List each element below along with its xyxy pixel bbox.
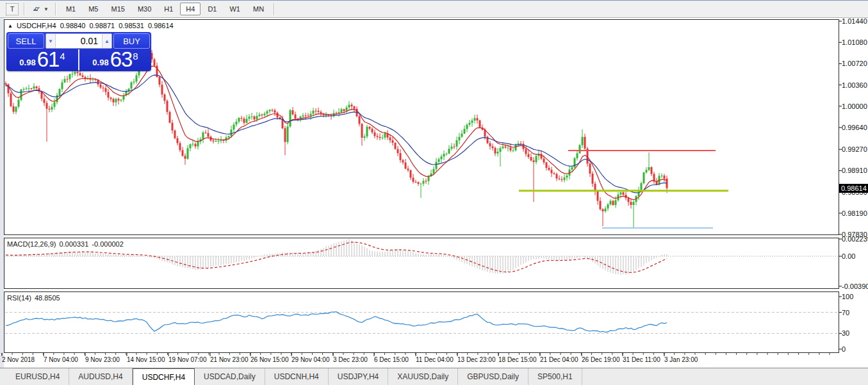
buy-button[interactable]: BUY [113,33,150,49]
price-axis-label: 0.99270 [842,145,867,153]
date-axis-label: 21 Dec 04:00 [540,356,578,363]
toolbar: T ▼ M1M5M15M30H1H4D1W1MN [0,0,868,18]
price-axis-label: 1.01440 [842,17,867,25]
sell-price-sup: 4 [60,53,65,60]
date-axis-label: 19 Nov 07:00 [168,356,207,363]
chart-tab-usdcad[interactable]: USDCAD,Daily [195,368,265,385]
timeframe-button-h1[interactable]: H1 [158,3,179,15]
chart-tab-usdjpy[interactable]: USDJPY,H4 [329,368,388,385]
macd-label: MACD(12,26,9) [7,240,56,248]
toolbar-separator [55,3,56,15]
rsi-value: 48.8505 [35,294,60,302]
ohlc-close: 0.98614 [148,22,174,29]
macd-axis-label: 0.002239 [842,235,868,243]
arrows-tool-icon[interactable]: ▼ [29,3,51,15]
date-axis-label: 21 Nov 23:00 [210,356,249,363]
toolbar-separator [274,3,275,15]
macd-pane[interactable] [4,238,839,289]
chart-tab-usdchf[interactable]: USDCHF,H4 [133,368,195,385]
volume-up-button[interactable]: ▲ [102,34,111,48]
chart-tab-eurusd[interactable]: EURUSD,H4 [6,368,69,385]
rsi-axis-label: 0 [842,345,846,353]
timeframe-button-m5[interactable]: M5 [83,3,104,15]
volume-down-button[interactable]: ▼ [46,34,56,48]
symbol-timeframe-label: USDCHF,H4 [17,22,56,29]
arrows-icon-glyph [31,4,42,13]
chart-tab-gbpusd[interactable]: GBPUSD,Daily [458,368,528,385]
timeframe-button-d1[interactable]: D1 [202,3,222,15]
date-axis-label: 2 Nov 2018 [2,356,35,363]
timeframe-button-m15[interactable]: M15 [105,3,130,15]
date-axis-label: 26 Dec 19:00 [582,356,620,363]
date-axis-label: 9 Nov 23:00 [85,356,120,363]
volume-stepper: ▼ 0.01 ▲ [45,33,112,49]
macd-label-row: MACD(12,26,9) 0.000331 -0.000002 [7,240,124,248]
date-axis-label: 6 Dec 15:00 [374,356,409,363]
date-axis-label: 29 Nov 04:00 [291,356,330,363]
price-axis-label: 0.99640 [842,124,867,131]
timeframe-button-w1[interactable]: W1 [224,3,246,15]
date-axis-label: 31 Dec 11:00 [623,356,660,363]
one-click-trade-panel: SELL ▼ 0.01 ▲ BUY 0.98 61 4 0.98 63 8 [6,32,151,71]
date-axis-label: 26 Nov 15:00 [250,356,289,363]
rsi-pane[interactable] [4,291,839,353]
rsi-label-row: RSI(14) 48.8505 [7,294,60,302]
buy-price[interactable]: 0.98 63 8 [79,49,151,70]
chevron-down-icon[interactable]: ▼ [44,6,49,12]
ohlc-high: 0.98871 [89,22,115,29]
sell-button[interactable]: SELL [8,33,44,49]
price-axis-label: 1.00000 [842,102,867,110]
price-axis-label: 1.00360 [842,81,867,89]
rsi-axis-label: 30 [842,329,849,337]
timeframe-button-m30[interactable]: M30 [132,3,157,15]
macd-axis-label: -0.003901 [842,283,868,290]
timeframe-buttons: M1M5M15M30H1H4D1W1MN [60,3,270,15]
ohlc-open: 0.98840 [60,22,86,29]
date-axis-label: 11 Dec 04:00 [416,356,454,363]
toolbar-separator [24,3,25,15]
sell-price-prefix: 0.98 [19,56,35,69]
date-axis-label: 3 Jan 23:00 [664,356,698,363]
trade-panel-toggle-icon[interactable]: ▲ [8,23,13,29]
buy-price-main: 63 [110,50,133,69]
chart-tab-xauusd[interactable]: XAUUSD,Daily [388,368,458,385]
timeframe-button-m1[interactable]: M1 [60,3,81,15]
macd-value-main: 0.000331 [59,240,88,248]
date-axis-label: 13 Dec 23:00 [457,356,496,363]
timeframe-button-mn[interactable]: MN [247,3,270,15]
buy-price-prefix: 0.98 [92,56,108,69]
date-axis-label: 7 Nov 04:00 [44,356,78,363]
date-axis-label: 3 Dec 23:00 [333,356,368,363]
rsi-axis-label: 100 [842,293,853,300]
date-axis-label: 14 Nov 15:00 [127,356,165,363]
text-tool-icon[interactable]: T [6,3,19,15]
price-axis-label: 0.98190 [842,209,867,217]
price-axis-label: 1.00720 [842,60,867,67]
terminal-window: T ▼ M1M5M15M30H1H4D1W1MN ▲ USDCHF,H4 0.9… [0,0,868,385]
chart-tab-usdcnh[interactable]: USDCNH,H4 [265,368,329,385]
sell-price-main: 61 [37,50,60,69]
sell-price[interactable]: 0.98 61 4 [6,49,79,70]
ohlc-low: 0.98531 [119,22,144,29]
price-axis-label: 1.01080 [842,38,867,46]
current-price-tag: 0.98614 [839,184,868,193]
date-axis-label: 18 Dec 15:00 [498,356,537,363]
rsi-label: RSI(14) [7,294,31,302]
macd-value-signal: -0.000002 [92,240,124,248]
chart-ohlc-header: ▲ USDCHF,H4 0.98840 0.98871 0.98531 0.98… [8,22,174,29]
timeframe-button-h4[interactable]: H4 [180,3,201,15]
macd-axis-label: 0.00 [842,252,855,260]
volume-input[interactable]: 0.01 [56,34,102,48]
rsi-axis-label: 70 [842,309,849,316]
chart-tab-audusd[interactable]: AUDUSD,H4 [69,368,132,385]
price-axis-label: 0.98910 [842,167,867,174]
chart-tab-bar: EURUSD,H4AUDUSD,H4USDCHF,H4USDCAD,DailyU… [0,368,868,385]
buy-price-sup: 8 [133,53,138,60]
chart-tab-sp500[interactable]: SP500,H1 [528,368,582,385]
